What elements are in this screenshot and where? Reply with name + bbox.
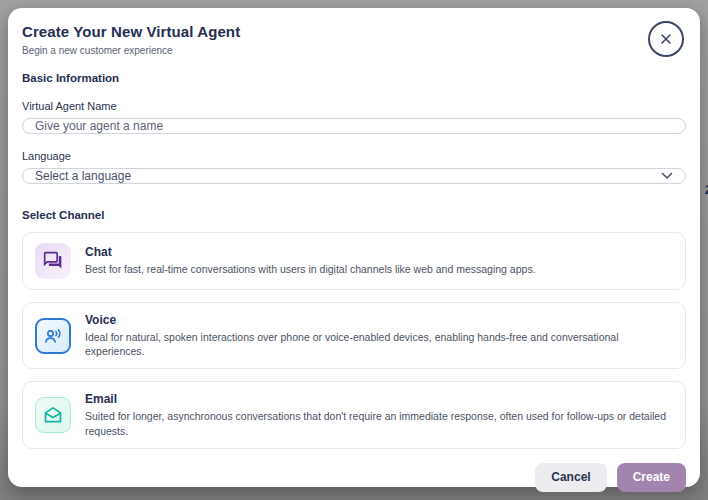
channel-card-chat[interactable]: Chat Best for fast, real-time conversati…	[22, 232, 686, 290]
modal-header-text: Create Your New Virtual Agent Begin a ne…	[22, 23, 240, 56]
close-icon	[659, 32, 673, 46]
basic-information-heading: Basic Information	[22, 72, 686, 84]
channel-title: Email	[85, 392, 673, 406]
channel-card-email[interactable]: Email Suited for longer, asynchronous co…	[22, 381, 686, 448]
email-envelope-icon	[35, 397, 71, 433]
language-label: Language	[22, 150, 686, 162]
create-button[interactable]: Create	[617, 463, 686, 492]
channel-card-text: Email Suited for longer, asynchronous co…	[85, 392, 673, 437]
modal-subtitle: Begin a new customer experience	[22, 45, 240, 56]
agent-name-input[interactable]	[22, 118, 686, 134]
modal-title: Create Your New Virtual Agent	[22, 23, 240, 40]
chevron-down-icon	[661, 172, 673, 180]
channel-card-list: Chat Best for fast, real-time conversati…	[22, 232, 686, 449]
cancel-button[interactable]: Cancel	[535, 463, 606, 492]
voice-person-icon	[35, 318, 71, 354]
agent-name-label: Virtual Agent Name	[22, 100, 686, 112]
channel-card-text: Voice Ideal for natural, spoken interact…	[85, 313, 673, 358]
modal-header: Create Your New Virtual Agent Begin a ne…	[22, 23, 686, 57]
language-select-value: Select a language	[35, 169, 131, 183]
select-channel-heading: Select Channel	[22, 209, 686, 221]
channel-description: Suited for longer, asynchronous conversa…	[85, 409, 673, 437]
close-button[interactable]	[648, 21, 684, 57]
create-agent-modal: Create Your New Virtual Agent Begin a ne…	[8, 8, 700, 487]
channel-card-voice[interactable]: Voice Ideal for natural, spoken interact…	[22, 302, 686, 369]
channel-title: Voice	[85, 313, 673, 327]
channel-description: Ideal for natural, spoken interactions o…	[85, 330, 673, 358]
chat-bubbles-icon	[35, 243, 71, 279]
channel-title: Chat	[85, 245, 536, 259]
channel-card-text: Chat Best for fast, real-time conversati…	[85, 245, 536, 276]
language-select[interactable]: Select a language	[22, 168, 686, 184]
modal-footer: Cancel Create	[22, 449, 686, 492]
channel-description: Best for fast, real-time conversations w…	[85, 262, 536, 276]
